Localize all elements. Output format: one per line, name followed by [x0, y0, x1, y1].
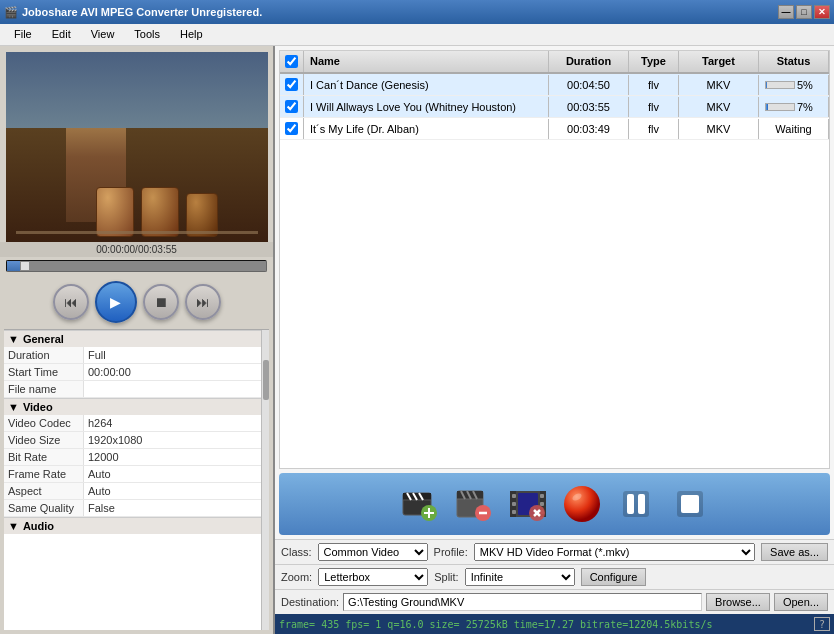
- status-text: frame= 435 fps= 1 q=16.0 size= 25725kB t…: [279, 619, 712, 630]
- header-check[interactable]: [280, 51, 304, 72]
- row2-target: MKV: [679, 97, 759, 117]
- svg-rect-33: [627, 494, 634, 514]
- header-name: Name: [304, 51, 549, 72]
- row1-duration: 00:04:50: [549, 75, 629, 95]
- menu-bar: File Edit View Tools Help: [0, 24, 834, 46]
- row2-type: flv: [629, 97, 679, 117]
- file-row[interactable]: It´s My Life (Dr. Alban) 00:03:49 flv MK…: [280, 118, 829, 140]
- scrollbar-thumb[interactable]: [263, 360, 269, 400]
- destination-row: Destination: G:\Testing Ground\MKV Brows…: [275, 589, 834, 614]
- menu-tools[interactable]: Tools: [124, 26, 170, 44]
- general-collapse-icon[interactable]: ▼: [8, 333, 19, 345]
- row3-duration: 00:03:49: [549, 119, 629, 139]
- merge-button[interactable]: [559, 481, 605, 527]
- prop-start-time: Start Time 00:00:00: [4, 364, 269, 381]
- prop-aspect: Aspect Auto: [4, 483, 269, 500]
- zoom-select[interactable]: Letterbox: [318, 568, 428, 586]
- class-select[interactable]: Common Video: [318, 543, 428, 561]
- preview-content: [6, 52, 268, 242]
- add-video-button[interactable]: [397, 481, 443, 527]
- header-type: Type: [629, 51, 679, 72]
- svg-rect-23: [540, 494, 544, 498]
- prop-same-quality: Same Quality False: [4, 500, 269, 517]
- svg-rect-21: [512, 502, 516, 506]
- audio-section-header: ▼ Audio: [4, 517, 269, 534]
- header-target: Target: [679, 51, 759, 72]
- prop-bit-rate: Bit Rate 12000: [4, 449, 269, 466]
- split-label: Split:: [434, 571, 458, 583]
- seek-thumb[interactable]: [20, 261, 30, 271]
- svg-rect-20: [512, 494, 516, 498]
- title-bar-controls: — □ ✕: [778, 5, 830, 19]
- row3-check[interactable]: [280, 118, 304, 139]
- video-collapse-icon[interactable]: ▼: [8, 401, 19, 413]
- menu-help[interactable]: Help: [170, 26, 213, 44]
- file-row[interactable]: I Can´t Dance (Genesis) 00:04:50 flv MKV…: [280, 74, 829, 96]
- video-section-header: ▼ Video: [4, 398, 269, 415]
- destination-path: G:\Testing Ground\MKV: [343, 593, 702, 611]
- header-status: Status: [759, 51, 829, 72]
- prop-file-name: File name: [4, 381, 269, 398]
- scrollbar-track[interactable]: [261, 330, 269, 630]
- seek-bar[interactable]: [6, 260, 267, 272]
- status-bar: frame= 435 fps= 1 q=16.0 size= 25725kB t…: [275, 614, 834, 634]
- title-bar: 🎬 Joboshare AVI MPEG Converter Unregiste…: [0, 0, 834, 24]
- row1-status: 5%: [759, 75, 829, 95]
- svg-point-30: [564, 486, 600, 522]
- profile-select[interactable]: MKV HD Video Format (*.mkv): [474, 543, 755, 561]
- filmstrip-button[interactable]: [505, 481, 551, 527]
- row1-check[interactable]: [280, 74, 304, 95]
- title-bar-left: 🎬 Joboshare AVI MPEG Converter Unregiste…: [4, 6, 262, 19]
- play-button[interactable]: ▶: [95, 281, 137, 323]
- class-label: Class:: [281, 546, 312, 558]
- browse-button[interactable]: Browse...: [706, 593, 770, 611]
- close-button[interactable]: ✕: [814, 5, 830, 19]
- row2-check[interactable]: [280, 96, 304, 117]
- help-button[interactable]: ?: [814, 617, 830, 631]
- stop-playback-button[interactable]: ⏹: [143, 284, 179, 320]
- properties-panel: ▼ General Duration Full Start Time 00:00…: [4, 329, 269, 630]
- audio-collapse-icon[interactable]: ▼: [8, 520, 19, 532]
- rewind-button[interactable]: ⏮: [53, 284, 89, 320]
- minimize-button[interactable]: —: [778, 5, 794, 19]
- profile-label: Profile:: [434, 546, 468, 558]
- app-icon: 🎬: [4, 6, 18, 19]
- seek-fill: [7, 261, 20, 271]
- row2-status: 7%: [759, 97, 829, 117]
- video-preview: [6, 52, 268, 242]
- row1-target: MKV: [679, 75, 759, 95]
- prop-video-size: Video Size 1920x1080: [4, 432, 269, 449]
- row2-name: I Will Allways Love You (Whitney Houston…: [304, 97, 549, 117]
- pause-button[interactable]: [613, 481, 659, 527]
- remove-video-button[interactable]: [451, 481, 497, 527]
- left-panel: 00:00:00/00:03:55 ⏮ ▶ ⏹ ⏭ ▼ General Dura…: [0, 46, 275, 634]
- menu-edit[interactable]: Edit: [42, 26, 81, 44]
- save-as-button[interactable]: Save as...: [761, 543, 828, 561]
- bottom-toolbar: [279, 473, 830, 535]
- time-display: 00:00:00/00:03:55: [0, 242, 273, 257]
- row3-target: MKV: [679, 119, 759, 139]
- menu-view[interactable]: View: [81, 26, 125, 44]
- stop-button[interactable]: [667, 481, 713, 527]
- row1-progress-bar: [765, 81, 795, 89]
- file-list: Name Duration Type Target Status I Can´t…: [279, 50, 830, 469]
- open-button[interactable]: Open...: [774, 593, 828, 611]
- svg-rect-24: [540, 502, 544, 506]
- prop-video-codec: Video Codec h264: [4, 415, 269, 432]
- right-panel: Name Duration Type Target Status I Can´t…: [275, 46, 834, 634]
- destination-label: Destination:: [281, 596, 339, 608]
- svg-rect-34: [638, 494, 645, 514]
- menu-file[interactable]: File: [4, 26, 42, 44]
- select-all-checkbox[interactable]: [285, 55, 298, 68]
- svg-rect-32: [623, 491, 649, 517]
- row1-type: flv: [629, 75, 679, 95]
- split-select[interactable]: Infinite: [465, 568, 575, 586]
- svg-rect-22: [512, 510, 516, 514]
- svg-rect-36: [681, 495, 699, 513]
- maximize-button[interactable]: □: [796, 5, 812, 19]
- configure-button[interactable]: Configure: [581, 568, 647, 586]
- forward-button[interactable]: ⏭: [185, 284, 221, 320]
- row3-name: It´s My Life (Dr. Alban): [304, 119, 549, 139]
- file-row[interactable]: I Will Allways Love You (Whitney Houston…: [280, 96, 829, 118]
- class-profile-row: Class: Common Video Profile: MKV HD Vide…: [275, 539, 834, 564]
